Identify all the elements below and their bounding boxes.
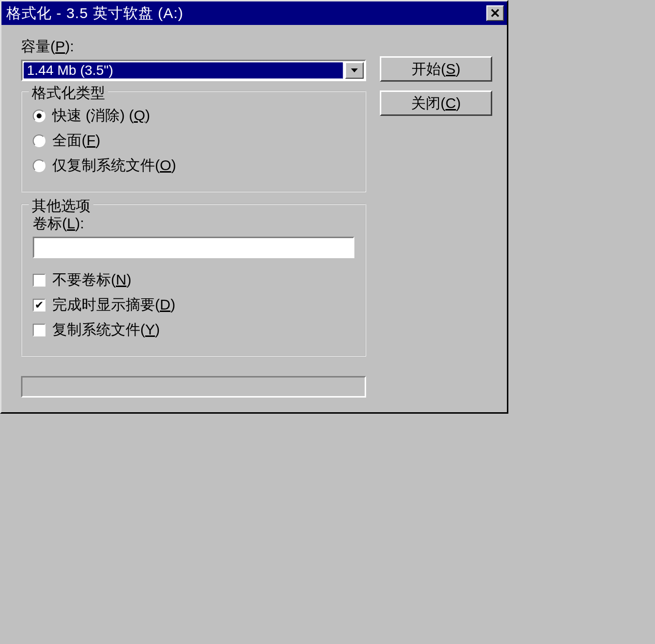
checkbox-icon[interactable] (33, 274, 45, 287)
checkbox-no-label[interactable]: 不要卷标(N) (33, 270, 354, 290)
checkbox-icon[interactable] (33, 299, 45, 311)
radio-copy-system[interactable]: 仅复制系统文件(O) (33, 155, 354, 176)
radio-icon[interactable] (33, 159, 45, 172)
checkbox-copy-system[interactable]: 复制系统文件(Y) (33, 320, 354, 340)
close-button[interactable]: 关闭(C) (380, 90, 492, 116)
titlebar[interactable]: 格式化 - 3.5 英寸软盘 (A:) ✕ (1, 1, 507, 25)
volume-input[interactable] (33, 237, 354, 258)
radio-full-label: 全面(F) (52, 131, 100, 151)
radio-copy-system-label: 仅复制系统文件(O) (52, 155, 176, 176)
close-icon[interactable]: ✕ (486, 5, 504, 21)
left-column: 容量(P): 1.44 Mb (3.5") 格式化类型 快速 (消除) (Q) … (21, 37, 366, 398)
radio-icon[interactable] (33, 110, 45, 122)
progress-bar (21, 376, 366, 398)
radio-quick[interactable]: 快速 (消除) (Q) (33, 106, 354, 126)
capacity-label: 容量(P): (21, 37, 366, 57)
format-type-group: 格式化类型 快速 (消除) (Q) 全面(F) 仅复制系统文件(O) (21, 91, 366, 192)
right-column: 开始(S) 关闭(C) (380, 37, 492, 125)
volume-label: 卷标(L): (33, 214, 354, 234)
radio-full[interactable]: 全面(F) (33, 131, 354, 151)
chevron-down-icon[interactable] (345, 62, 364, 79)
dialog-content: 容量(P): 1.44 Mb (3.5") 格式化类型 快速 (消除) (Q) … (1, 25, 507, 412)
window-title: 格式化 - 3.5 英寸软盘 (A:) (6, 3, 183, 23)
other-options-legend: 其他选项 (29, 196, 93, 216)
start-button[interactable]: 开始(S) (380, 56, 492, 82)
svg-marker-0 (351, 68, 358, 72)
capacity-value: 1.44 Mb (3.5") (23, 62, 343, 79)
capacity-combo[interactable]: 1.44 Mb (3.5") (21, 60, 366, 81)
radio-quick-label: 快速 (消除) (Q) (52, 106, 150, 126)
format-type-legend: 格式化类型 (29, 83, 108, 103)
other-options-group: 其他选项 卷标(L): 不要卷标(N) 完成时显示摘要(D) 复制系统文件(Y) (21, 204, 366, 356)
checkbox-no-label-text: 不要卷标(N) (52, 270, 131, 290)
checkbox-icon[interactable] (33, 324, 45, 336)
checkbox-show-summary-text: 完成时显示摘要(D) (52, 295, 175, 315)
radio-icon[interactable] (33, 134, 45, 147)
format-dialog: 格式化 - 3.5 英寸软盘 (A:) ✕ 容量(P): 1.44 Mb (3.… (0, 0, 508, 414)
checkbox-show-summary[interactable]: 完成时显示摘要(D) (33, 295, 354, 315)
checkbox-copy-system-text: 复制系统文件(Y) (52, 320, 160, 340)
